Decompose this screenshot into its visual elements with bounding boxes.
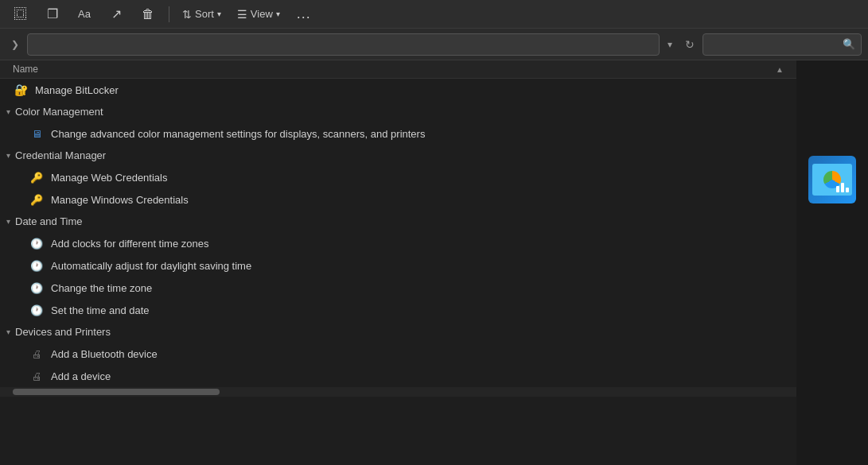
- list-area[interactable]: Name ▲ 🔐 Manage BitLocker ▾ Color Manage…: [0, 60, 796, 465]
- sort-label: Sort: [195, 8, 214, 20]
- set-time-date-icon: 🕐: [29, 302, 45, 318]
- control-panel-icon: [808, 156, 856, 203]
- auto-adjust-label: Automatically adjust for daylight saving…: [51, 260, 251, 272]
- more-options-icon: ...: [297, 6, 311, 22]
- web-credentials-label: Manage Web Credentials: [51, 172, 167, 184]
- rename-button[interactable]: Aa: [70, 2, 99, 26]
- credential-manager-label: Credential Manager: [15, 149, 106, 161]
- bar-2: [841, 183, 844, 192]
- auto-adjust-icon: 🕐: [29, 258, 45, 273]
- date-time-chevron-icon: ▾: [6, 217, 10, 226]
- more-options-button[interactable]: ...: [290, 2, 318, 26]
- color-management-chevron-icon: ▾: [6, 107, 10, 116]
- add-clocks-icon: 🕐: [29, 235, 45, 251]
- control-panel-icon-inner: [812, 164, 852, 196]
- color-management-group-header[interactable]: ▾ Color Management: [0, 101, 796, 122]
- delete-button[interactable]: 🗑: [134, 2, 162, 26]
- address-dropdown-icon[interactable]: ▾: [663, 36, 677, 53]
- copy-to-icon: ⿴: [14, 7, 27, 21]
- address-input[interactable]: [27, 33, 660, 56]
- horizontal-scrollbar-thumb[interactable]: [13, 389, 220, 395]
- date-and-time-label: Date and Time: [15, 215, 83, 227]
- sort-icon: ⇅: [182, 8, 192, 21]
- right-panel: [796, 60, 868, 465]
- move-to-button[interactable]: ❐: [38, 2, 67, 26]
- add-bluetooth-label: Add a Bluetooth device: [51, 348, 158, 360]
- bitlocker-icon: 🔐: [13, 82, 29, 98]
- search-input[interactable]: [703, 33, 862, 56]
- share-button[interactable]: ↗: [102, 2, 130, 26]
- devices-printers-chevron-icon: ▾: [6, 327, 10, 336]
- rename-icon: Aa: [78, 8, 91, 20]
- bar-3: [846, 188, 849, 192]
- add-clocks-label: Add clocks for different time zones: [51, 238, 208, 250]
- change-timezone-icon: 🕐: [29, 280, 45, 296]
- main-area: Name ▲ 🔐 Manage BitLocker ▾ Color Manage…: [0, 60, 868, 465]
- add-bluetooth-icon: 🖨: [29, 346, 45, 362]
- view-chevron-icon: ▾: [276, 10, 280, 18]
- bitlocker-label: Manage BitLocker: [35, 84, 119, 96]
- share-icon: ↗: [111, 6, 122, 21]
- horizontal-scrollbar[interactable]: [0, 387, 796, 397]
- sort-chevron-icon: ▾: [217, 10, 221, 18]
- toolbar: ⿴ ❐ Aa ↗ 🗑 ⇅ Sort ▾ ☰ View ▾ ...: [0, 0, 868, 29]
- manage-windows-credentials-item[interactable]: 🔑 Manage Windows Credentials: [0, 188, 796, 211]
- toolbar-divider-1: [169, 6, 169, 22]
- change-timezone-item[interactable]: 🕐 Change the time zone: [0, 277, 796, 299]
- address-bar: ❯ ▾ ↻ 🔍: [0, 29, 868, 60]
- add-device-item[interactable]: 🖨 Add a device: [0, 365, 796, 387]
- color-management-label: Color Management: [15, 106, 103, 118]
- add-device-label: Add a device: [51, 370, 111, 382]
- search-wrapper: 🔍: [703, 33, 862, 56]
- color-management-item-label: Change advanced color management setting…: [51, 128, 425, 140]
- copy-to-button[interactable]: ⿴: [6, 2, 35, 26]
- color-management-icon: 🖥: [29, 126, 45, 141]
- color-management-item[interactable]: 🖥 Change advanced color management setti…: [0, 122, 796, 145]
- add-device-icon: 🖨: [29, 368, 45, 384]
- change-timezone-label: Change the time zone: [51, 282, 152, 294]
- bar-1: [836, 186, 839, 192]
- view-button[interactable]: ☰ View ▾: [231, 2, 286, 26]
- windows-credentials-label: Manage Windows Credentials: [51, 194, 189, 206]
- column-header: Name ▲: [0, 60, 796, 79]
- web-credentials-icon: 🔑: [29, 169, 45, 185]
- add-clocks-item[interactable]: 🕐 Add clocks for different time zones: [0, 232, 796, 254]
- credential-manager-group-header[interactable]: ▾ Credential Manager: [0, 145, 796, 166]
- manage-bitlocker-item[interactable]: 🔐 Manage BitLocker: [0, 79, 796, 101]
- credential-manager-chevron-icon: ▾: [6, 151, 10, 160]
- devices-printers-group-header[interactable]: ▾ Devices and Printers: [0, 321, 796, 343]
- delete-icon: 🗑: [142, 7, 154, 21]
- add-bluetooth-item[interactable]: 🖨 Add a Bluetooth device: [0, 343, 796, 365]
- windows-credentials-icon: 🔑: [29, 192, 45, 207]
- column-sort-icon[interactable]: ▲: [776, 65, 784, 74]
- devices-printers-label: Devices and Printers: [15, 326, 111, 338]
- view-label: View: [251, 8, 273, 20]
- date-and-time-group-header[interactable]: ▾ Date and Time: [0, 211, 796, 232]
- move-to-icon: ❐: [47, 6, 58, 21]
- set-time-date-item[interactable]: 🕐 Set the time and date: [0, 299, 796, 321]
- auto-adjust-item[interactable]: 🕐 Automatically adjust for daylight savi…: [0, 254, 796, 277]
- manage-web-credentials-item[interactable]: 🔑 Manage Web Credentials: [0, 166, 796, 188]
- back-chevron-icon[interactable]: ❯: [6, 36, 24, 53]
- refresh-icon[interactable]: ↻: [680, 35, 699, 54]
- view-icon: ☰: [237, 8, 247, 21]
- control-panel-bar-chart: [836, 183, 849, 192]
- set-time-date-label: Set the time and date: [51, 304, 150, 316]
- name-column-header: Name: [13, 64, 773, 75]
- sort-button[interactable]: ⇅ Sort ▾: [176, 2, 228, 26]
